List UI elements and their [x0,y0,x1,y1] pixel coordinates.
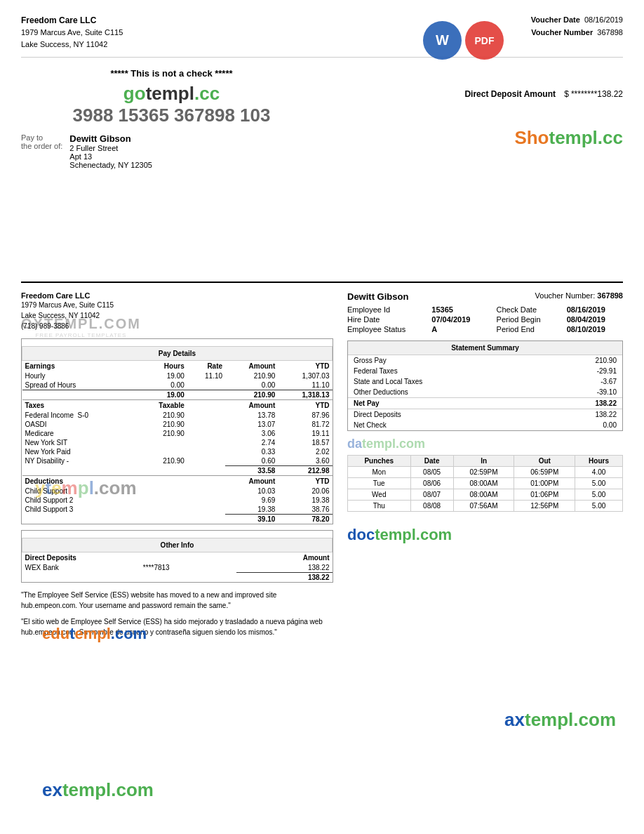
company-addr1: 1979 Marcus Ave, Suite C115 [21,300,333,310]
taxes-total-amount: 33.58 [225,466,278,476]
deduction-ytd-1: 20.06 [278,486,332,496]
y-p: p [78,477,89,498]
tax-amount-4: 2.74 [225,438,278,447]
tax-name-3: Medicare [22,429,136,438]
tax-ytd-3: 19.11 [278,429,332,438]
punch-row-tue: Tue 08/06 08:00AM 01:00PM 5.00 [348,478,623,489]
ss-other-amount: -39.10 [597,388,617,396]
pay-to-label: Pay tothe order of: [21,133,62,169]
taxes-ytd-col: YTD [278,400,332,411]
payee-address1: 2 Fuller Street [69,144,152,152]
company-address1: 1979 Marcus Ave, Suite C115 [21,27,123,39]
earnings-row-2: Spread of Hours 0.00 0.00 11.10 [22,380,333,390]
statement-summary-title: Statement Summary [348,341,622,355]
tax-amount-2: 13.07 [225,420,278,429]
tax-ytd-1: 87.96 [278,411,332,420]
company-name: Freedom Care LLC [21,14,123,27]
taxes-total-label [22,466,136,476]
punch-out-tue: 01:00PM [514,478,575,489]
period-end-value: 08/10/2019 [567,325,623,333]
ytempl-watermark: ytempl.com [35,477,137,499]
ss-row-netchk: Net Check 0.00 [348,420,622,430]
ax-green: templ.com [525,709,616,730]
tax-taxable-5 [136,447,187,456]
taxes-total-ytd: 212.98 [278,466,332,476]
punch-date-mon: 08/05 [410,467,453,478]
amount-col-header: Amount [225,361,278,372]
ss-federal-amount: -29.91 [597,367,617,375]
deductions-amount-col: Amount [225,476,278,487]
voucher-number: 367898 [597,28,623,37]
edu-orange2: empl [74,625,110,642]
payee-address3: Schenectady, NY 12305 [69,161,152,169]
deduction-amount-3: 19.38 [225,505,278,515]
gotempl-green: go [123,83,146,104]
tax-taxable-2: 210.90 [136,420,187,429]
dd-bank-1: WEX Bank [22,563,140,573]
earnings-rate-2 [187,380,225,390]
ax-blue: ax [504,709,525,730]
employee-info: Dewitt Gibson Voucher Number: 367898 Emp… [347,291,623,333]
company-name2: Freedom Care LLC [21,291,333,300]
direct-deposits-label: Direct Deposits [22,552,236,564]
direct-deposits-total-row: 138.22 [22,573,333,583]
direct-deposits-amount-col: Amount [236,552,333,564]
tax-name-5: New York Paid [22,447,136,456]
punch-out-thu: 12:56PM [514,501,575,512]
punch-date-thu: 08/08 [410,501,453,512]
ss-state-amount: -3.67 [601,378,617,385]
direct-deposits-total: 138.22 [236,573,333,583]
ss-dd-amount: 138.22 [595,411,617,418]
day-blue: da [347,437,362,451]
axtempl-watermark: axtempl.com [504,709,616,731]
edu-blue2: .com [111,625,147,642]
punch-in-thu: 07:56AM [453,501,514,512]
check-date-label: Check Date [497,305,558,314]
daytempl-watermark: datempl.com [347,437,623,451]
taxes-header-row: Taxes Taxable Amount YTD [22,400,333,411]
dd-account-1: ****7813 [140,563,236,573]
earnings-hours-2: 0.00 [136,380,187,390]
earnings-row-1: Hourly 19.00 11.10 210.90 1,307.03 [22,371,333,380]
punches-col-day: Punches [348,456,411,467]
emp-id-value: 15365 [431,305,488,314]
tax-taxable-6: 210.90 [136,456,187,466]
deduction-row-3: Child Support 3 19.38 38.76 [22,505,333,515]
punch-day-thu: Thu [348,501,411,512]
earnings-amount-2: 0.00 [225,380,278,390]
tax-amount-1: 13.78 [225,411,278,420]
earnings-total-rate [187,390,225,400]
punches-col-in: In [453,456,514,467]
oxtempl-sub: FREE PAYROLL TEMPLATES [21,332,141,338]
tax-name-6: NY Disability - [22,456,136,466]
earnings-total-label [22,390,136,400]
punch-in-mon: 02:59PM [453,467,514,478]
tax-ytd-2: 81.72 [278,420,332,429]
pdf-logo: PDF [465,21,504,60]
earnings-amount-1: 210.90 [225,371,278,380]
direct-deposit-currency: $ [564,89,569,99]
punch-row-mon: Mon 08/05 02:59PM 06:59PM 4.00 [348,467,623,478]
other-info-section: Other Info Direct Deposits Amount WEX Ba… [21,530,333,583]
deduction-name-3: Child Support 3 [22,505,187,515]
ss-net-amount: 138.22 [595,399,617,407]
direct-deposit-section: Direct Deposit Amount $ ********138.22 [322,89,623,99]
tax-taxable-3: 210.90 [136,429,187,438]
earnings-name-2: Spread of Hours [22,380,136,390]
ss-gross-label: Gross Pay [354,357,387,364]
right-column: Dewitt Gibson Voucher Number: 367898 Emp… [347,291,623,643]
payee-address2: Apt 13 [69,152,152,161]
hours-col-header: Hours [136,361,187,372]
gotempl-dot: .cc [194,83,220,104]
y-y: y [35,477,45,498]
ss-row-state: State and Local Taxes -3.67 [348,376,622,387]
punch-day-tue: Tue [348,478,411,489]
tax-taxable-1: 210.90 [136,411,187,420]
main-body-inner: Freedom Care LLC 1979 Marcus Ave, Suite … [21,291,623,643]
employee-name: Dewitt Gibson [347,291,408,302]
gotempl-dark: templ [146,83,194,104]
y-t: t [45,477,51,498]
direct-deposit-label: Direct Deposit Amount [464,89,556,99]
punch-out-mon: 06:59PM [514,467,575,478]
word-logo: W [423,21,462,60]
